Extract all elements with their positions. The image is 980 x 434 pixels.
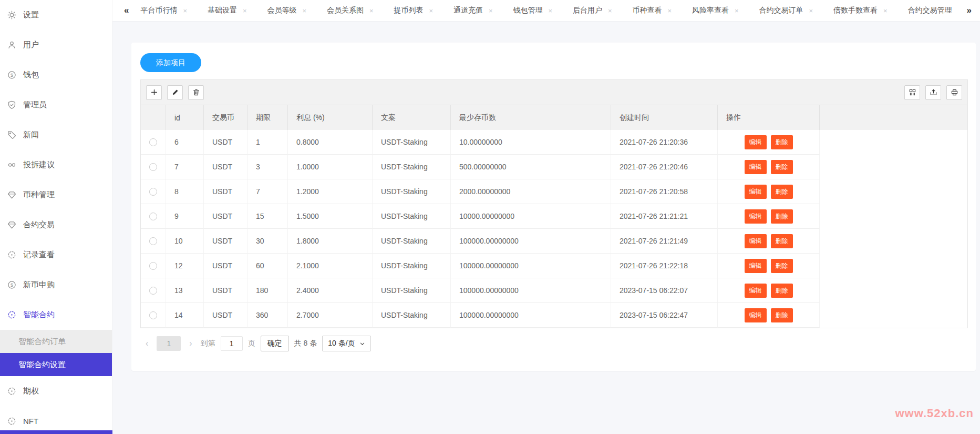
tab-close-icon[interactable]: × xyxy=(183,7,187,15)
tab[interactable]: 提币列表× xyxy=(394,6,433,15)
tab[interactable]: 倍数手数查看× xyxy=(833,6,888,15)
next-page-icon[interactable]: › xyxy=(186,339,195,348)
delete-button[interactable]: 删除 xyxy=(771,308,793,322)
row-radio[interactable] xyxy=(149,188,157,196)
prev-page-icon[interactable]: ‹ xyxy=(142,339,151,348)
row-radio[interactable] xyxy=(149,311,157,319)
tabs-scroll-right-icon[interactable]: » xyxy=(967,5,971,16)
tab[interactable]: 平台币行情× xyxy=(140,6,187,15)
tab[interactable]: 基础设置× xyxy=(208,6,247,15)
sidebar-item[interactable]: 用户 xyxy=(0,30,112,60)
cell-interest: 2.4000 xyxy=(288,278,373,303)
tab-close-icon[interactable]: × xyxy=(809,7,813,15)
sidebar-item[interactable]: 投拆建议 xyxy=(0,150,112,180)
edit-button[interactable]: 编辑 xyxy=(745,135,767,149)
table-row: 10USDT301.8000USDT-Staking100000.0000000… xyxy=(141,229,967,254)
current-page-button[interactable]: 1 xyxy=(157,336,181,351)
tab-close-icon[interactable]: × xyxy=(667,7,672,15)
sidebar-item-label: 设置 xyxy=(23,10,39,20)
plus-button[interactable] xyxy=(146,85,162,100)
sidebar-item[interactable]: 合约交易 xyxy=(0,210,112,240)
tab[interactable]: 钱包管理× xyxy=(513,6,552,15)
delete-button[interactable]: 删除 xyxy=(771,259,793,273)
edit-button[interactable]: 编辑 xyxy=(745,284,767,298)
row-radio[interactable] xyxy=(149,138,157,146)
trash-button[interactable] xyxy=(188,85,204,100)
tab-label: 平台币行情 xyxy=(140,6,177,15)
table-row: 6USDT10.8000USDT-Staking10.000000002021-… xyxy=(141,130,967,155)
tab-close-icon[interactable]: × xyxy=(883,7,888,15)
edit-button[interactable]: 编辑 xyxy=(745,234,767,248)
edit-button[interactable]: 编辑 xyxy=(745,209,767,224)
cell-id: 7 xyxy=(166,155,204,179)
export-button[interactable] xyxy=(925,85,941,100)
cell-min_deposit: 2000.00000000 xyxy=(451,179,611,204)
edit-button[interactable]: 编辑 xyxy=(745,185,767,199)
gear-icon xyxy=(7,11,16,20)
tab[interactable]: 币种查看× xyxy=(632,6,672,15)
tabs-scroll-left-icon[interactable]: « xyxy=(124,5,128,16)
tab[interactable]: 合约交易管理 xyxy=(907,6,952,15)
column-header: 操作 xyxy=(718,105,820,130)
tab-close-icon[interactable]: × xyxy=(369,7,374,15)
delete-button[interactable]: 删除 xyxy=(771,234,793,248)
sidebar-item[interactable]: 币种管理 xyxy=(0,180,112,210)
tab-label: 合约交易订单 xyxy=(759,6,803,15)
sidebar-item[interactable]: 设置 xyxy=(0,0,112,30)
edit-button[interactable]: 编辑 xyxy=(745,259,767,273)
row-radio[interactable] xyxy=(149,287,157,295)
row-filler xyxy=(820,155,967,179)
tab[interactable]: 通道充值× xyxy=(453,6,493,15)
edit-button[interactable]: 编辑 xyxy=(745,160,767,174)
edit-button[interactable]: 编辑 xyxy=(745,308,767,322)
tab-close-icon[interactable]: × xyxy=(489,7,493,15)
table-row: 14USDT3602.7000USDT-Staking100000.000000… xyxy=(141,303,967,328)
tab-close-icon[interactable]: × xyxy=(302,7,306,15)
tab[interactable]: 后台用户× xyxy=(573,6,612,15)
sidebar-item[interactable]: 期权 xyxy=(0,376,112,406)
sidebar-subitem[interactable]: 智能合约订单 xyxy=(0,330,112,353)
cell-period: 7 xyxy=(247,179,288,204)
sidebar-item[interactable]: 管理员 xyxy=(0,90,112,120)
tab-close-icon[interactable]: × xyxy=(735,7,739,15)
delete-button[interactable]: 删除 xyxy=(771,160,793,174)
page-size-select[interactable]: 10 条/页 xyxy=(322,336,370,351)
tab-label: 提币列表 xyxy=(394,6,423,15)
sidebar-next-item-strip xyxy=(0,430,112,434)
cell-id: 14 xyxy=(166,303,204,328)
tab-close-icon[interactable]: × xyxy=(429,7,433,15)
tab-label: 风险率查看 xyxy=(692,6,729,15)
sidebar-item[interactable]: $新币申购 xyxy=(0,270,112,300)
sidebar-item[interactable]: $钱包 xyxy=(0,60,112,90)
tab-close-icon[interactable]: × xyxy=(548,7,552,15)
tab-close-icon[interactable]: × xyxy=(243,7,247,15)
cell-text: USDT-Staking xyxy=(373,254,451,278)
tab[interactable]: 风险率查看× xyxy=(692,6,739,15)
delete-button[interactable]: 删除 xyxy=(771,135,793,149)
delete-button[interactable]: 删除 xyxy=(771,284,793,298)
delete-button[interactable]: 删除 xyxy=(771,185,793,199)
tab-close-icon[interactable]: × xyxy=(608,7,612,15)
confirm-page-button[interactable]: 确定 xyxy=(261,336,289,351)
table-row: 9USDT151.5000USDT-Staking10000.000000002… xyxy=(141,204,967,229)
pencil-button[interactable] xyxy=(167,85,183,100)
tab[interactable]: 会员关系图× xyxy=(327,6,374,15)
diamond-icon xyxy=(7,190,16,200)
row-radio[interactable] xyxy=(149,262,157,270)
cell-created: 2021-07-26 21:21:49 xyxy=(611,229,718,254)
sidebar-item[interactable]: 记录查看 xyxy=(0,240,112,270)
sidebar-item[interactable]: 新闻 xyxy=(0,120,112,150)
print-button[interactable] xyxy=(946,85,962,100)
cell-created: 2023-07-15 06:22:47 xyxy=(611,303,718,328)
add-item-button[interactable]: 添加项目 xyxy=(140,53,201,72)
row-radio[interactable] xyxy=(149,163,157,171)
row-radio[interactable] xyxy=(149,237,157,245)
tab[interactable]: 合约交易订单× xyxy=(759,6,813,15)
columns-button[interactable] xyxy=(904,85,920,100)
sidebar-subitem[interactable]: 智能合约设置 xyxy=(0,353,112,376)
row-radio[interactable] xyxy=(149,213,157,220)
tab[interactable]: 会员等级× xyxy=(267,6,306,15)
delete-button[interactable]: 删除 xyxy=(771,209,793,224)
sidebar-item[interactable]: 智能合约 xyxy=(0,300,112,330)
goto-page-input[interactable] xyxy=(221,336,243,351)
